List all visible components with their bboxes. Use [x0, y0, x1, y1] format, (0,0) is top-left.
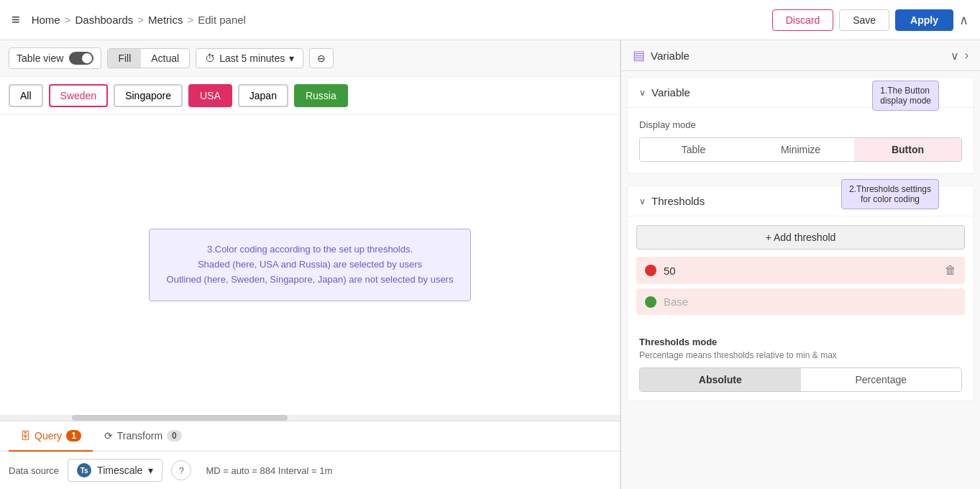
breadcrumb: Home > Dashboards > Metrics > Edit panel — [32, 14, 766, 26]
tab-transform-label: Transform — [117, 430, 162, 442]
datasource-chevron: ▾ — [148, 465, 153, 476]
variable-panel-icon: ▤ — [633, 47, 645, 63]
fill-option[interactable]: Fill — [108, 49, 141, 68]
breadcrumb-edit-panel: Edit panel — [198, 14, 246, 26]
clock-icon: ⏱ — [205, 52, 215, 64]
display-mode-table[interactable]: Table — [640, 138, 747, 161]
breadcrumb-sep-2: > — [137, 14, 144, 26]
thresholds-content: + Add threshold 50 🗑 Base — [628, 216, 974, 328]
table-view-switch[interactable] — [69, 52, 93, 65]
zoom-button[interactable]: ⊖ — [309, 48, 334, 68]
breadcrumb-home[interactable]: Home — [32, 14, 60, 26]
variable-all[interactable]: All — [9, 84, 43, 107]
query-badge: 1 — [66, 430, 81, 442]
annotation-line-2: Shaded (here, USA and Russia) are select… — [167, 257, 454, 273]
query-meta: MD = auto = 884 Interval = 1m — [206, 465, 332, 476]
variable-singapore[interactable]: Singapore — [114, 84, 183, 107]
variable-section-chevron: ∨ — [639, 88, 646, 98]
variable-japan[interactable]: Japan — [238, 84, 288, 107]
right-panel-actions: ∨ › — [951, 49, 968, 63]
right-panel: ▤ Variable ∨ › ∨ Variable 1.The Button d… — [620, 40, 980, 489]
threshold-mode-section: Thresholds mode Percentage means thresho… — [628, 328, 974, 401]
breadcrumb-sep-3: > — [187, 14, 193, 26]
tooltip-line-2: display mode — [880, 96, 931, 106]
time-range-button[interactable]: ⏱ Last 5 minutes ▾ — [196, 48, 303, 68]
topbar: ≡ Home > Dashboards > Metrics > Edit pan… — [0, 0, 980, 40]
zoom-out-icon: ⊖ — [317, 52, 326, 64]
variable-content: Display mode Table Minimize Button — [628, 108, 974, 173]
collapse-button[interactable]: ∧ — [959, 12, 968, 28]
annotation-line-1: 3.Color coding according to the set up t… — [167, 242, 454, 257]
annotation-area: 3.Color coding according to the set up t… — [0, 115, 620, 415]
tab-transform[interactable]: ⟳ Transform 0 — [93, 421, 193, 452]
topbar-buttons: Discard Save Apply ∧ — [772, 9, 968, 31]
threshold-mode-title: Thresholds mode — [639, 337, 962, 347]
hamburger-icon[interactable]: ≡ — [12, 12, 20, 28]
right-panel-chevron-down[interactable]: ∨ — [951, 49, 959, 63]
right-panel-title: ▤ Variable — [633, 47, 690, 63]
threshold-value-50: 50 — [664, 265, 938, 277]
thresholds-section-chevron: ∨ — [639, 196, 646, 206]
datasource-name: Timescale — [97, 465, 142, 476]
display-mode-label: Display mode — [639, 119, 962, 130]
variable-russia[interactable]: Russia — [294, 84, 348, 107]
table-view-label: Table view — [17, 52, 63, 64]
threshold-mode-desc: Percentage means thresholds relative to … — [639, 350, 962, 360]
display-mode-button[interactable]: Button — [854, 138, 961, 161]
apply-button[interactable]: Apply — [895, 9, 953, 31]
right-panel-title-text: Variable — [651, 50, 690, 62]
display-mode-options: Table Minimize Button — [639, 137, 962, 162]
threshold-color-green[interactable] — [645, 296, 656, 308]
annotation-box: 3.Color coding according to the set up t… — [149, 229, 472, 301]
mode-buttons: Absolute Percentage — [639, 367, 962, 392]
horizontal-scrollbar[interactable] — [0, 415, 620, 421]
datasource-row: Data source Ts Timescale ▾ ? MD = auto =… — [0, 452, 620, 489]
thresholds-section: ∨ Thresholds 2.Thresholds settings for c… — [627, 186, 974, 401]
tooltip-line-1: 1.The Button — [880, 86, 931, 96]
transform-badge: 0 — [167, 430, 182, 442]
left-panel: Table view Fill Actual ⏱ Last 5 minutes … — [0, 40, 620, 489]
thresholds-tooltip-line1: 2.Thresholds settings — [849, 184, 931, 194]
main-layout: Table view Fill Actual ⏱ Last 5 minutes … — [0, 40, 980, 489]
thresholds-tooltip: 2.Thresholds settings for color coding — [841, 179, 939, 209]
variable-usa[interactable]: USA — [188, 84, 232, 107]
tab-query[interactable]: 🗄 Query 1 — [9, 421, 93, 452]
variables-row: All Sweden Singapore USA Japan Russia — [0, 77, 620, 115]
time-range-label: Last 5 minutes — [219, 52, 285, 64]
actual-option[interactable]: Actual — [141, 49, 189, 68]
variable-sweden[interactable]: Sweden — [49, 84, 109, 107]
datasource-select[interactable]: Ts Timescale ▾ — [68, 459, 162, 482]
breadcrumb-sep-1: > — [65, 14, 71, 26]
breadcrumb-dashboards[interactable]: Dashboards — [75, 14, 133, 26]
tabs-row: 🗄 Query 1 ⟳ Transform 0 — [0, 421, 620, 452]
scroll-thumb[interactable] — [72, 415, 288, 421]
table-view-toggle[interactable]: Table view — [9, 47, 101, 69]
mode-absolute[interactable]: Absolute — [640, 368, 801, 391]
info-button[interactable]: ? — [171, 460, 191, 480]
add-threshold-button[interactable]: + Add threshold — [636, 225, 965, 250]
tab-query-label: Query — [35, 430, 62, 442]
query-db-icon: 🗄 — [20, 430, 30, 442]
timescale-icon: Ts — [77, 463, 91, 477]
variable-section: ∨ Variable 1.The Button display mode Dis… — [627, 77, 974, 174]
threshold-value-base: Base — [664, 296, 956, 308]
threshold-row-50: 50 🗑 — [636, 257, 965, 284]
datasource-label: Data source — [9, 465, 59, 476]
fill-actual-selector: Fill Actual — [107, 48, 190, 68]
right-panel-chevron-right[interactable]: › — [965, 49, 968, 62]
transform-icon: ⟳ — [104, 430, 113, 442]
threshold-delete-50[interactable]: 🗑 — [945, 264, 956, 277]
button-display-tooltip: 1.The Button display mode — [872, 81, 939, 111]
thresholds-section-title: Thresholds — [651, 195, 705, 207]
save-button[interactable]: Save — [839, 9, 889, 31]
thresholds-tooltip-line2: for color coding — [849, 194, 931, 204]
chevron-down-icon: ▾ — [289, 52, 294, 64]
display-mode-minimize[interactable]: Minimize — [747, 138, 854, 161]
mode-percentage[interactable]: Percentage — [801, 368, 962, 391]
annotation-line-3: Outlined (here, Sweden, Singapore, Japan… — [167, 273, 454, 288]
right-panel-header: ▤ Variable ∨ › — [621, 40, 980, 71]
threshold-color-red[interactable] — [645, 265, 656, 276]
discard-button[interactable]: Discard — [772, 9, 833, 31]
breadcrumb-metrics[interactable]: Metrics — [148, 14, 183, 26]
threshold-row-base: Base — [636, 288, 965, 315]
